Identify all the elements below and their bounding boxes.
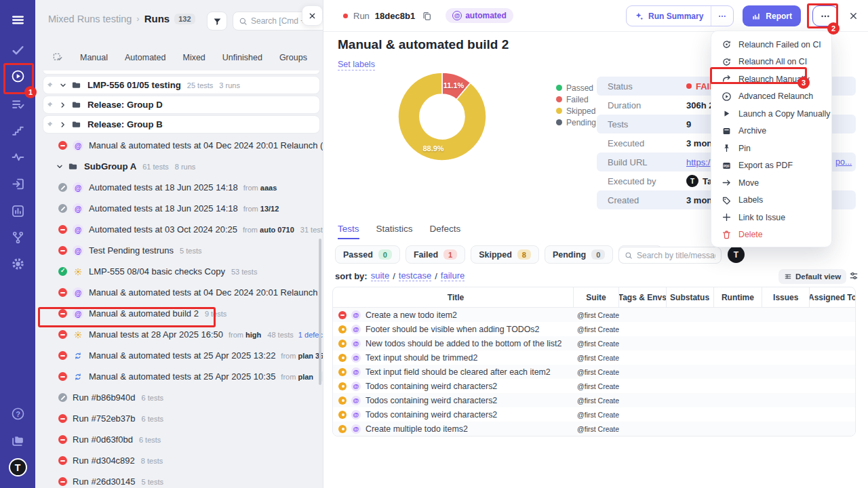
tests-search-input[interactable]: Search by title/message bbox=[618, 247, 722, 264]
sort-failure-link[interactable]: failure bbox=[441, 270, 465, 281]
folder-icon bbox=[68, 161, 78, 171]
runs-play-icon[interactable] bbox=[0, 69, 35, 83]
chip-skipped[interactable]: Skipped8 bbox=[471, 245, 539, 264]
view-settings-icon[interactable] bbox=[848, 270, 859, 281]
tab-automated[interactable]: Automated bbox=[125, 53, 165, 62]
tab-groups[interactable]: Groups bbox=[279, 53, 307, 62]
assignee-avatar[interactable]: T bbox=[728, 246, 745, 263]
chip-passed[interactable]: Passed0 bbox=[335, 245, 400, 264]
chip-pending[interactable]: Pending0 bbox=[545, 245, 613, 264]
list-item-run[interactable]: Manual & automated tests at 04 Dec 2024 … bbox=[35, 282, 323, 303]
runs-filter-tabs: Manual Automated Mixed Unfinished Groups… bbox=[52, 50, 323, 65]
tab-unfinished[interactable]: Unfinished bbox=[222, 53, 262, 62]
chevron-right-icon[interactable] bbox=[59, 121, 67, 129]
tests-count: 9 tests bbox=[205, 310, 226, 318]
list-item-run[interactable]: Run #b86b940d 6 tests bbox=[35, 387, 323, 408]
table-row[interactable]: Create multiple todo items2@first Create… bbox=[333, 422, 855, 436]
build-url-link[interactable]: https:/ bbox=[686, 157, 710, 167]
menu-item-link-issue[interactable]: Link to Issue bbox=[711, 209, 831, 226]
list-item-run[interactable]: Run #d304c892 8 tests bbox=[35, 450, 323, 471]
list-item-run[interactable]: Run #0d63f0bd 6 tests bbox=[35, 429, 323, 450]
menu-icon[interactable] bbox=[0, 13, 35, 27]
menu-item-move[interactable]: Move bbox=[711, 174, 831, 192]
chevron-down-icon[interactable] bbox=[59, 81, 67, 89]
report-chart-icon bbox=[751, 12, 761, 21]
chevron-down-icon[interactable] bbox=[56, 163, 64, 171]
tab-manual[interactable]: Manual bbox=[80, 53, 108, 62]
steps-icon[interactable] bbox=[0, 123, 35, 138]
list-item-run[interactable]: Automated tests at 03 Oct 2024 20:25 fro… bbox=[35, 219, 323, 240]
list-item-run[interactable]: Manual & automated tests at 25 Apr 2025 … bbox=[35, 345, 323, 366]
chip-failed[interactable]: Failed1 bbox=[406, 245, 465, 264]
close-panel-icon[interactable] bbox=[848, 11, 859, 21]
set-labels-link[interactable]: Set labels bbox=[338, 60, 375, 70]
list-item-run[interactable]: Manual & automated tests at 04 Dec 2024 … bbox=[35, 135, 323, 156]
sort-testcase-link[interactable]: testcase bbox=[399, 270, 431, 281]
select-runs-icon[interactable] bbox=[52, 52, 63, 63]
menu-item-relaunch-all-ci[interactable]: Relaunch All on CI bbox=[711, 54, 831, 71]
analytics-icon[interactable] bbox=[0, 204, 35, 218]
list-item-run[interactable]: Test Pending testruns 5 tests bbox=[35, 240, 323, 261]
list-item-run[interactable]: Manual tests at 28 Apr 2025 16:50 from h… bbox=[35, 324, 323, 345]
list-item-run[interactable]: Automated tests at 18 Jun 2025 14:18 fro… bbox=[35, 177, 323, 198]
build-url-fragment[interactable]: po... bbox=[835, 157, 852, 167]
table-row[interactable]: Todos containing weird characters2@first… bbox=[333, 379, 855, 393]
report-button[interactable]: Report bbox=[743, 5, 801, 26]
list-item-run[interactable]: Run #26d30145 5 tests bbox=[35, 471, 323, 488]
list-check-icon[interactable] bbox=[0, 98, 35, 112]
table-row[interactable]: New todos should be added to the bottom … bbox=[333, 336, 855, 350]
tab-tests[interactable]: Tests bbox=[338, 224, 359, 239]
menu-item-advanced-relaunch[interactable]: Advanced Relaunch bbox=[711, 88, 831, 106]
tests-count: 6 tests bbox=[142, 394, 163, 402]
copy-icon[interactable] bbox=[422, 11, 432, 21]
run-summary-button[interactable]: Run Summary bbox=[626, 5, 734, 26]
menu-item-relaunch-manually[interactable]: Relaunch Manually bbox=[711, 70, 831, 88]
tab-statistics[interactable]: Statistics bbox=[376, 224, 413, 239]
sidebar-close-button[interactable] bbox=[302, 5, 323, 26]
list-item-group[interactable]: LMP-556 01/05 testing 25 tests3 runs bbox=[43, 76, 320, 94]
menu-item-delete[interactable]: Delete bbox=[711, 226, 831, 244]
help-icon[interactable] bbox=[0, 407, 35, 421]
list-item-run[interactable]: Run #752eb37b 6 tests bbox=[35, 408, 323, 429]
sort-suite-link[interactable]: suite bbox=[371, 270, 389, 281]
list-item-subgroup[interactable]: SubGroup A 61 tests8 runs bbox=[35, 156, 323, 177]
tab-defects[interactable]: Defects bbox=[430, 224, 461, 239]
pulse-icon[interactable] bbox=[0, 150, 35, 164]
tab-mixed[interactable]: Mixed bbox=[182, 53, 205, 62]
list-item-run-selected[interactable]: Manual & automated build 2 9 tests bbox=[35, 303, 323, 324]
list-item-run[interactable]: Manual & automated tests at 25 Apr 2025 … bbox=[35, 366, 323, 387]
chevron-right-icon[interactable] bbox=[59, 101, 67, 109]
pin-icon bbox=[722, 143, 732, 153]
legend-skipped-dot bbox=[556, 108, 562, 114]
branches-icon[interactable] bbox=[0, 230, 35, 245]
import-icon[interactable] bbox=[0, 177, 35, 191]
sidebar-scrollbar[interactable] bbox=[319, 239, 321, 385]
tasks-check-icon[interactable] bbox=[0, 43, 35, 58]
menu-item-relaunch-failed-ci[interactable]: Relaunch Failed on CI bbox=[711, 36, 831, 54]
settings-gear-icon[interactable] bbox=[0, 257, 35, 271]
table-row[interactable]: Create a new todo item2@first Create ... bbox=[333, 308, 855, 322]
user-avatar[interactable]: T bbox=[0, 458, 35, 476]
tests-count: 6 tests bbox=[139, 436, 161, 444]
grid-icon bbox=[784, 272, 792, 281]
list-item-group[interactable]: Release: Group D bbox=[43, 96, 320, 114]
run-summary-more-button[interactable] bbox=[711, 6, 733, 26]
filter-button[interactable] bbox=[207, 12, 227, 30]
default-view-button[interactable]: Default view bbox=[778, 269, 846, 284]
menu-item-export-pdf[interactable]: Export as PDF bbox=[711, 157, 831, 175]
table-row[interactable]: Todos containing weird characters2@first… bbox=[333, 407, 855, 422]
table-row[interactable]: Text input should be trimmed2@first Crea… bbox=[333, 350, 855, 365]
table-row[interactable]: Todos containing weird characters2@first… bbox=[333, 393, 855, 407]
menu-item-archive[interactable]: Archive bbox=[711, 123, 831, 140]
table-row[interactable]: Footer should be visible when adding TOD… bbox=[333, 322, 855, 336]
menu-item-launch-copy[interactable]: Launch a Copy Manually bbox=[711, 105, 831, 123]
list-item-group[interactable]: Release: Group B bbox=[43, 115, 320, 134]
projects-icon[interactable] bbox=[0, 434, 35, 448]
menu-item-pin[interactable]: Pin bbox=[711, 140, 831, 157]
table-row[interactable]: Text input field should be cleared after… bbox=[333, 365, 855, 379]
menu-item-labels[interactable]: Labels bbox=[711, 192, 831, 209]
list-item-run[interactable]: Automated tests at 18 Jun 2025 14:18 fro… bbox=[35, 198, 323, 219]
breadcrumb-project[interactable]: Mixed Runs testing bbox=[48, 14, 132, 24]
list-item-run[interactable]: LMP-555 08/04 basic checks Copy 53 tests bbox=[35, 261, 323, 282]
run-title: Manual & automated tests at 25 Apr 2025 … bbox=[89, 371, 275, 382]
